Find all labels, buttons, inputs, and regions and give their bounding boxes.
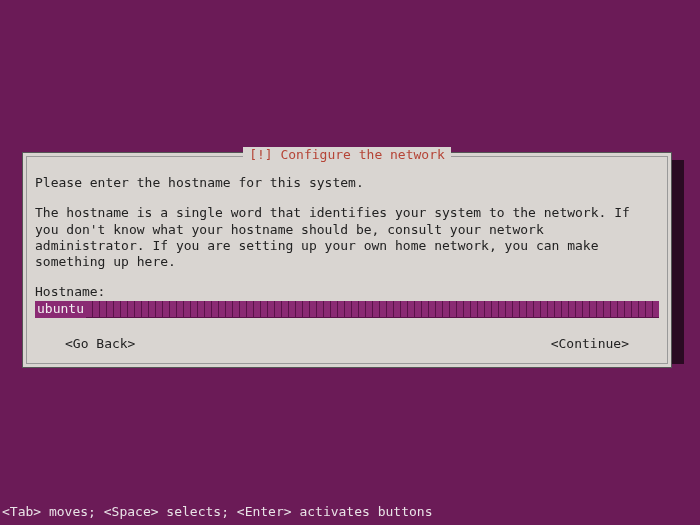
hostname-input[interactable]: ubuntu [35, 301, 659, 318]
continue-button[interactable]: <Continue> [551, 336, 629, 351]
title-wrap: [!] Configure the network [27, 147, 667, 162]
dialog-title: [!] Configure the network [243, 147, 451, 162]
intro-text: Please enter the hostname for this syste… [35, 175, 659, 191]
hostname-label: Hostname: [35, 284, 659, 299]
button-row: <Go Back> <Continue> [35, 336, 659, 355]
footer-hint: <Tab> moves; <Space> selects; <Enter> ac… [2, 504, 432, 519]
go-back-button[interactable]: <Go Back> [65, 336, 135, 351]
hostname-value[interactable]: ubuntu [35, 301, 86, 318]
configure-network-dialog: [!] Configure the network Please enter t… [22, 152, 672, 368]
dialog-inner: [!] Configure the network Please enter t… [26, 156, 668, 364]
hostname-input-fill[interactable] [86, 301, 659, 318]
description-text: The hostname is a single word that ident… [35, 205, 659, 270]
